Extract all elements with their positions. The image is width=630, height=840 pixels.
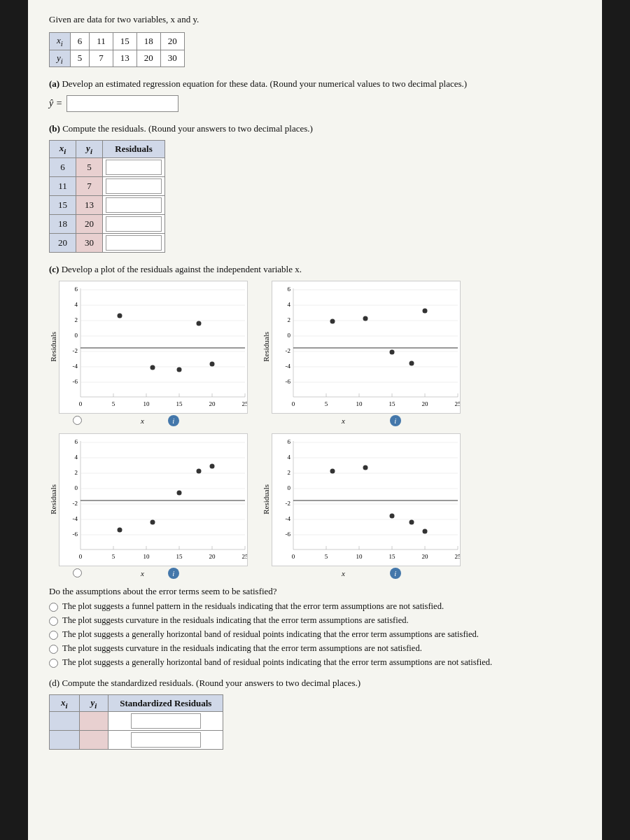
std-yi-2 bbox=[79, 731, 108, 750]
svg-text:-6: -6 bbox=[286, 531, 291, 538]
chart4-point-2 bbox=[363, 465, 368, 470]
chart1-point-1 bbox=[118, 313, 122, 318]
svg-text:-4: -4 bbox=[73, 363, 78, 370]
chart2-y-label: Residuals bbox=[262, 332, 270, 362]
svg-text:25: 25 bbox=[455, 400, 461, 407]
assumption-option-4: The plot suggests curvature in the resid… bbox=[49, 643, 581, 654]
x-val-2: 11 bbox=[90, 33, 113, 50]
x-val-1: 6 bbox=[70, 33, 90, 50]
svg-text:-2: -2 bbox=[73, 347, 78, 354]
section-a-label: (a) Develop an estimated regression equa… bbox=[49, 78, 581, 90]
chart1-wrap: Residuals 6 4 2 0 -2 -4 -6 bbox=[49, 281, 248, 414]
y-val-3: 13 bbox=[113, 50, 136, 67]
chart1-container: Residuals 6 4 2 0 -2 -4 -6 bbox=[49, 281, 248, 426]
svg-text:4: 4 bbox=[288, 454, 291, 461]
svg-text:10: 10 bbox=[144, 400, 150, 407]
chart3-info-icon[interactable]: i bbox=[168, 568, 179, 579]
res-input-cell-3 bbox=[103, 195, 165, 214]
residuals-header-res: Residuals bbox=[103, 141, 165, 158]
res-xi-4: 18 bbox=[50, 214, 76, 233]
chart2-point-5 bbox=[423, 308, 428, 313]
residuals-input-1[interactable] bbox=[106, 160, 162, 175]
residuals-row-3: 15 13 bbox=[50, 195, 165, 214]
chart3-x-label: x bbox=[141, 569, 144, 578]
svg-text:20: 20 bbox=[422, 553, 429, 560]
chart2-wrap: Residuals 6 4 2 0 -2 -4 -6 bbox=[262, 281, 461, 414]
svg-text:6: 6 bbox=[288, 438, 291, 445]
std-input-1[interactable] bbox=[131, 713, 201, 729]
std-header-xi: xi bbox=[50, 694, 80, 712]
res-yi-5: 30 bbox=[76, 233, 103, 252]
std-header-sr: Standardized Residuals bbox=[108, 694, 223, 712]
chart2-bottom: x i bbox=[286, 415, 401, 426]
chart4-y-label: Residuals bbox=[262, 484, 270, 514]
svg-text:5: 5 bbox=[325, 553, 328, 560]
svg-text:4: 4 bbox=[75, 454, 78, 461]
chart3-point-1 bbox=[118, 527, 122, 532]
y-val-4: 20 bbox=[136, 50, 160, 67]
chart4-bottom: x i bbox=[286, 568, 401, 579]
svg-text:25: 25 bbox=[242, 400, 248, 407]
svg-text:0: 0 bbox=[292, 553, 295, 560]
chart2-svg: 6 4 2 0 -2 -4 -6 0 bbox=[272, 281, 461, 414]
res-yi-1: 5 bbox=[76, 158, 103, 176]
assumption-radio-5[interactable] bbox=[49, 659, 58, 668]
svg-text:-4: -4 bbox=[73, 515, 78, 522]
chart1-point-2 bbox=[150, 365, 155, 370]
chart1-point-5 bbox=[210, 361, 215, 366]
svg-text:6: 6 bbox=[288, 286, 291, 293]
assumption-radio-1[interactable] bbox=[49, 603, 58, 612]
svg-text:0: 0 bbox=[288, 484, 291, 491]
residuals-input-3[interactable] bbox=[106, 197, 162, 213]
std-xi-2 bbox=[50, 731, 80, 750]
assumption-label-4: The plot suggests curvature in the resid… bbox=[62, 643, 422, 654]
y-label: yi bbox=[50, 50, 71, 67]
chart2-point-3 bbox=[390, 349, 395, 354]
charts-row-2: Residuals 6 4 2 0 -2 -4 -6 bbox=[49, 433, 581, 579]
chart1-info-icon[interactable]: i bbox=[168, 415, 179, 426]
res-input-cell-2 bbox=[103, 176, 165, 195]
chart2-point-1 bbox=[330, 318, 335, 323]
chart3-point-5 bbox=[210, 463, 215, 468]
svg-text:2: 2 bbox=[288, 469, 291, 476]
svg-text:-6: -6 bbox=[73, 378, 78, 385]
chart2-x-label: x bbox=[342, 416, 345, 425]
assumption-label-2: The plot suggests curvature in the resid… bbox=[62, 615, 409, 626]
assumption-radio-2[interactable] bbox=[49, 617, 58, 626]
std-input-2[interactable] bbox=[131, 732, 201, 748]
svg-text:0: 0 bbox=[288, 332, 291, 339]
std-input-cell-1 bbox=[108, 712, 223, 731]
res-xi-3: 15 bbox=[50, 195, 76, 214]
svg-text:0: 0 bbox=[75, 484, 78, 491]
residuals-input-5[interactable] bbox=[106, 235, 162, 251]
regression-equation-input[interactable] bbox=[66, 95, 178, 112]
assumption-radio-4[interactable] bbox=[49, 645, 58, 654]
chart4-point-3 bbox=[390, 513, 395, 518]
svg-text:-2: -2 bbox=[286, 500, 291, 507]
residuals-input-4[interactable] bbox=[106, 216, 162, 232]
residuals-row-2: 11 7 bbox=[50, 176, 165, 195]
chart3-wrap: Residuals 6 4 2 0 -2 -4 -6 bbox=[49, 433, 248, 566]
chart2-info-icon[interactable]: i bbox=[390, 415, 401, 426]
residuals-input-2[interactable] bbox=[106, 178, 162, 194]
assumption-radio-3[interactable] bbox=[49, 631, 58, 640]
chart1-point-3 bbox=[177, 367, 182, 372]
svg-text:-6: -6 bbox=[286, 378, 291, 385]
chart3-point-3 bbox=[177, 490, 182, 495]
res-yi-2: 7 bbox=[76, 176, 103, 195]
svg-text:2: 2 bbox=[75, 316, 78, 323]
svg-text:0: 0 bbox=[79, 400, 83, 407]
residuals-header-yi: yi bbox=[76, 141, 103, 158]
svg-text:15: 15 bbox=[389, 553, 396, 560]
chart3-bottom: x i bbox=[73, 568, 179, 579]
svg-text:2: 2 bbox=[288, 316, 291, 323]
svg-text:-2: -2 bbox=[73, 500, 78, 507]
chart3-radio[interactable] bbox=[73, 568, 82, 578]
data-table: xi 6 11 15 18 20 yi 5 7 13 20 30 bbox=[49, 32, 185, 67]
x-val-5: 20 bbox=[160, 33, 184, 50]
section-d: (d) Compute the standardized residuals. … bbox=[49, 678, 581, 750]
chart1-radio[interactable] bbox=[73, 416, 82, 425]
chart3-point-2 bbox=[150, 519, 155, 524]
chart4-info-icon[interactable]: i bbox=[390, 568, 401, 579]
y-val-2: 7 bbox=[90, 50, 113, 67]
